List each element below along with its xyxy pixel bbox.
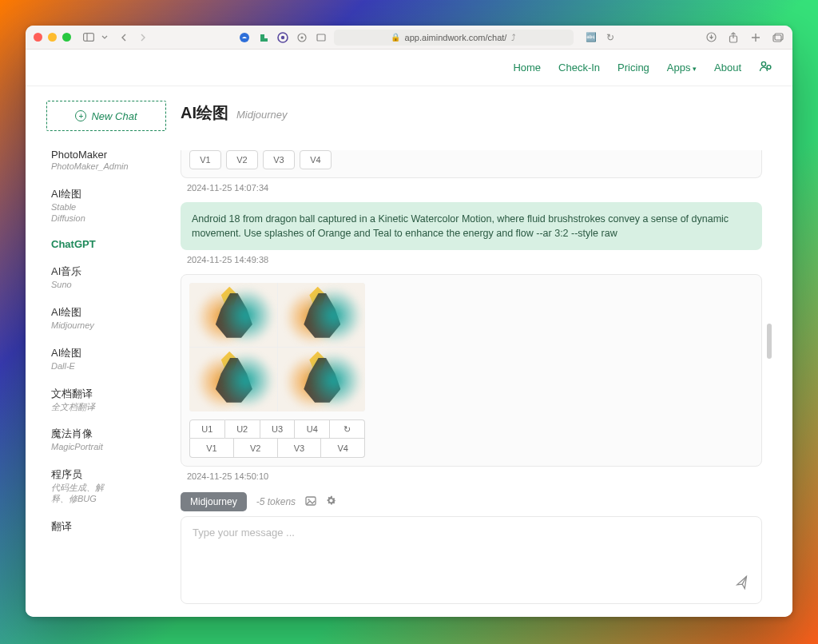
plus-icon: + bbox=[75, 110, 86, 121]
sidebar-item-sd[interactable]: AI绘图 Stable Diffusion bbox=[46, 181, 166, 233]
prev-v4-button[interactable]: V4 bbox=[300, 150, 332, 169]
assistant-card: U1 U2 U3 U4 ↻ V1 V2 V3 bbox=[181, 274, 762, 467]
timestamp-2: 2024-11-25 14:49:38 bbox=[187, 255, 762, 264]
main-pane: AI绘图 Midjourney V1 V2 V3 V4 bbox=[181, 101, 772, 617]
sidebar-item-magicportrait[interactable]: 魔法肖像 MagicPortrait bbox=[46, 420, 166, 461]
share-button-icon[interactable] bbox=[727, 31, 740, 44]
message-input[interactable] bbox=[181, 517, 761, 603]
nav-home[interactable]: Home bbox=[513, 62, 541, 74]
settings-icon[interactable] bbox=[326, 495, 336, 508]
share-icon: ⤴ bbox=[511, 33, 516, 42]
sidebar-item-chatgpt[interactable]: ChatGPT bbox=[46, 232, 166, 258]
browser-chrome: 🔒 app.aimindwork.com/chat/ ⤴ 🔤 ↻ bbox=[26, 26, 792, 50]
svg-point-4 bbox=[280, 35, 284, 38]
image-attach-icon[interactable] bbox=[305, 496, 316, 508]
chat-scroll[interactable]: V1 V2 V3 V4 2024-11-25 14:07:34 Android … bbox=[181, 132, 772, 617]
model-pill[interactable]: Midjourney bbox=[181, 492, 247, 511]
nav-apps[interactable]: Apps bbox=[667, 62, 697, 74]
maximize-window-icon[interactable] bbox=[62, 33, 71, 42]
sidebar-item-translate[interactable]: 翻译 bbox=[46, 513, 166, 542]
traffic-lights bbox=[34, 33, 71, 42]
image-grid[interactable] bbox=[189, 283, 365, 411]
v1-button[interactable]: V1 bbox=[189, 439, 234, 458]
image-1[interactable] bbox=[189, 283, 277, 347]
sidebar: + New Chat PhotoMaker PhotoMaker_Admin A… bbox=[46, 101, 166, 617]
composer-meta: Midjourney -5 tokens bbox=[181, 492, 762, 511]
new-chat-label: New Chat bbox=[91, 110, 137, 122]
timestamp-3: 2024-11-25 14:50:10 bbox=[187, 471, 762, 481]
sidebar-item-suno[interactable]: AI音乐 Suno bbox=[46, 258, 166, 299]
app-root: Home Check-In Pricing Apps About + New C… bbox=[26, 50, 792, 617]
svg-point-6 bbox=[300, 36, 303, 38]
nav-checkin[interactable]: Check-In bbox=[558, 62, 600, 74]
tabs-icon[interactable] bbox=[772, 31, 784, 44]
reader-icon[interactable]: 🔤 bbox=[585, 31, 598, 44]
browser-window: 🔒 app.aimindwork.com/chat/ ⤴ 🔤 ↻ Home bbox=[26, 26, 792, 617]
sidebar-item-coder[interactable]: 程序员 代码生成、解 释、修BUG bbox=[46, 461, 166, 513]
ext-icon-2[interactable] bbox=[257, 31, 270, 44]
u4-button[interactable]: U4 bbox=[295, 419, 330, 439]
v2-button[interactable]: V2 bbox=[234, 439, 278, 458]
title-subtitle: Midjourney bbox=[236, 109, 288, 121]
forward-icon[interactable] bbox=[137, 31, 149, 44]
page-title: AI绘图 Midjourney bbox=[181, 101, 772, 132]
u2-button[interactable]: U2 bbox=[225, 419, 260, 439]
sidebar-item-photomaker[interactable]: PhotoMaker PhotoMaker_Admin bbox=[46, 142, 166, 181]
sidebar-toggle-icon[interactable] bbox=[82, 31, 95, 44]
nav-pricing[interactable]: Pricing bbox=[617, 62, 649, 74]
scrollbar-thumb[interactable] bbox=[767, 324, 772, 359]
token-cost: -5 tokens bbox=[256, 496, 296, 507]
prev-assistant-card: V1 V2 V3 V4 bbox=[181, 150, 762, 178]
user-settings-icon[interactable] bbox=[759, 60, 772, 75]
v4-button[interactable]: V4 bbox=[321, 439, 365, 458]
ext-icon-4[interactable] bbox=[296, 31, 308, 44]
v3-button[interactable]: V3 bbox=[278, 439, 322, 458]
new-tab-icon[interactable] bbox=[749, 31, 762, 44]
new-chat-button[interactable]: + New Chat bbox=[46, 101, 166, 131]
lock-icon: 🔒 bbox=[391, 33, 400, 42]
topnav: Home Check-In Pricing Apps About bbox=[26, 50, 792, 86]
chevron-down-icon[interactable] bbox=[98, 31, 111, 44]
ext-icon-3[interactable] bbox=[276, 31, 289, 44]
title-text: AI绘图 bbox=[181, 102, 228, 124]
u3-button[interactable]: U3 bbox=[260, 419, 296, 439]
prev-v3-button[interactable]: V3 bbox=[263, 150, 295, 169]
prev-v2-button[interactable]: V2 bbox=[226, 150, 258, 169]
svg-point-14 bbox=[761, 62, 765, 66]
image-3[interactable] bbox=[189, 348, 277, 411]
prev-v1-button[interactable]: V1 bbox=[189, 150, 221, 169]
svg-rect-7 bbox=[317, 34, 325, 41]
regenerate-button[interactable]: ↻ bbox=[330, 419, 365, 439]
user-message: Android 18 from dragon ball captured in … bbox=[181, 202, 762, 250]
composer bbox=[181, 516, 762, 604]
url-text: app.aimindwork.com/chat/ bbox=[405, 33, 507, 42]
svg-point-21 bbox=[308, 499, 309, 500]
address-bar[interactable]: 🔒 app.aimindwork.com/chat/ ⤴ bbox=[334, 30, 574, 46]
minimize-window-icon[interactable] bbox=[48, 33, 57, 42]
ext-icon-5[interactable] bbox=[315, 31, 328, 44]
sidebar-item-dalle[interactable]: AI绘图 Dall-E bbox=[46, 340, 166, 380]
sidebar-item-doctranslate[interactable]: 文档翻译 全文档翻译 bbox=[46, 380, 166, 421]
reload-icon[interactable]: ↻ bbox=[604, 31, 617, 44]
ext-icon-1[interactable] bbox=[238, 31, 251, 44]
back-icon[interactable] bbox=[117, 31, 130, 44]
download-icon[interactable] bbox=[705, 31, 717, 44]
close-window-icon[interactable] bbox=[34, 33, 42, 42]
svg-rect-0 bbox=[84, 34, 94, 42]
timestamp-1: 2024-11-25 14:07:34 bbox=[187, 183, 762, 193]
image-2[interactable] bbox=[278, 283, 366, 347]
sidebar-item-midjourney[interactable]: AI绘图 Midjourney bbox=[46, 299, 166, 340]
image-4[interactable] bbox=[278, 348, 366, 411]
nav-about[interactable]: About bbox=[714, 62, 741, 74]
sidebar-list[interactable]: PhotoMaker PhotoMaker_Admin AI绘图 Stable … bbox=[46, 142, 166, 617]
u1-button[interactable]: U1 bbox=[189, 419, 225, 439]
